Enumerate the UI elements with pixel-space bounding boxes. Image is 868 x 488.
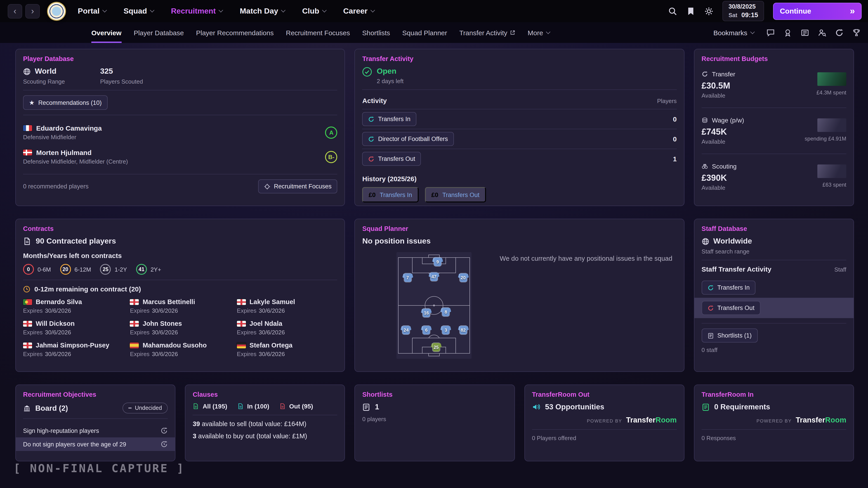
award-icon[interactable] — [783, 28, 792, 37]
flag-spain-icon — [130, 342, 139, 348]
shirt-number: 20 — [458, 273, 468, 282]
scouting-icon[interactable] — [818, 28, 827, 37]
recommendations-button[interactable]: ★ Recommendations (10) — [23, 95, 107, 110]
trophy-icon[interactable] — [852, 28, 861, 37]
card-title: Clauses — [193, 391, 337, 398]
scouting-budget-section[interactable]: Scouting £390K Available £63 spent — [702, 159, 846, 195]
budget-spend-chart — [817, 164, 846, 178]
gear-icon[interactable] — [705, 6, 714, 15]
clauses-filter-in[interactable]: In (100) — [237, 402, 269, 410]
recommended-player-row[interactable]: Eduardo Camavinga Defensive Midfielder A — [23, 120, 338, 144]
player-shirt[interactable]: 3 — [441, 326, 451, 334]
recruitment-focuses-button[interactable]: Recruitment Focuses — [258, 180, 338, 193]
player-shirt[interactable]: 8 — [441, 307, 451, 316]
contract-player-row[interactable]: Stefan Ortega Expires30/6/2026 — [237, 341, 338, 357]
player-shirt[interactable]: 82 — [458, 326, 468, 334]
position-issues-note: We do not currently have any positional … — [500, 254, 677, 359]
nav-career[interactable]: Career — [343, 6, 374, 15]
tab-shortlists[interactable]: Shortlists — [362, 22, 390, 43]
contract-player-row[interactable]: Joel Ndala Expires30/6/2026 — [237, 320, 338, 336]
requirements-headline: 0 Requirements — [714, 402, 770, 411]
nav-club[interactable]: Club — [302, 6, 326, 15]
transfer-budget-section[interactable]: Transfer £30.5M Available £4.3M spent — [702, 67, 846, 103]
clauses-filter-all[interactable]: All (195) — [193, 402, 227, 410]
bookmarks-dropdown[interactable]: Bookmarks — [713, 29, 754, 36]
contract-player-row[interactable]: Marcus Bettinelli Expires30/6/2026 — [130, 298, 230, 314]
tab-squad-planner[interactable]: Squad Planner — [402, 22, 447, 43]
continue-button[interactable]: Continue » — [773, 2, 862, 20]
dof-offers-button[interactable]: Director of Football Offers — [362, 132, 454, 146]
contract-player-row[interactable]: John Stones Expires30/6/2026 — [130, 320, 230, 336]
objective-row[interactable]: Sign high-reputation players — [23, 424, 168, 437]
search-icon[interactable] — [669, 6, 677, 15]
transfers-in-button[interactable]: Transfers In — [362, 112, 416, 126]
forward-button[interactable]: › — [25, 4, 40, 18]
bucket-6-12m[interactable]: 20 6-12M — [60, 264, 91, 275]
player-shirt[interactable]: 7 — [403, 273, 412, 282]
contract-player-row[interactable]: Will Dickson Expires30/6/2026 — [23, 320, 124, 336]
news-icon[interactable] — [801, 28, 809, 37]
clauses-sell-text: available to sell (total value: £164M) — [200, 420, 307, 427]
ongoing-clock-icon[interactable] — [160, 441, 168, 448]
back-button[interactable]: ‹ — [8, 4, 22, 18]
player-shirt[interactable]: 6 — [421, 326, 431, 334]
club-badge[interactable] — [47, 2, 66, 21]
bucket-2y-plus[interactable]: 41 2Y+ — [136, 264, 161, 275]
transfer-out-icon — [708, 305, 714, 311]
budget-note: spending £4.91M — [805, 135, 846, 142]
sync-icon[interactable] — [835, 28, 844, 37]
staff-transfers-in-button[interactable]: Transfers In — [702, 281, 756, 295]
player-shirt[interactable]: 9 — [433, 258, 442, 266]
history-label: Transfers In — [380, 191, 412, 198]
bookmark-flag-icon[interactable] — [686, 6, 695, 15]
player-shirt[interactable]: 24 — [401, 326, 411, 334]
transfers-out-button[interactable]: Transfers Out — [362, 152, 421, 166]
nav-match-day[interactable]: Match Day — [240, 6, 285, 15]
nav-recruitment[interactable]: Recruitment — [171, 6, 222, 15]
bucket-1-2y[interactable]: 25 1-2Y — [100, 264, 127, 275]
tab-recruitment-focuses[interactable]: Recruitment Focuses — [286, 22, 350, 43]
contract-player-row[interactable]: Lakyle Samuel Expires30/6/2026 — [237, 298, 338, 314]
transfer-in-icon — [368, 116, 375, 122]
staff-search-range[interactable]: Worldwide Staff search range — [702, 237, 846, 255]
contract-player-row[interactable]: Jahmai Simpson-Pusey Expires30/6/2026 — [23, 341, 124, 357]
player-name: John Stones — [143, 320, 182, 327]
undecided-badge[interactable]: Undecided — [123, 402, 168, 414]
card-title: Shortlists — [362, 391, 507, 398]
contract-player-row[interactable]: Bernardo Silva Expires30/6/2026 — [23, 298, 124, 314]
tab-more[interactable]: More — [528, 22, 550, 43]
chat-icon[interactable] — [766, 28, 775, 37]
player-shirt[interactable]: 20 — [458, 273, 468, 282]
clauses-filter-out[interactable]: Out (95) — [279, 402, 313, 410]
squad-pitch[interactable]: 9 7 47 20 16 8 24 6 3 82 25 — [397, 252, 472, 359]
tab-transfer-activity[interactable]: Transfer Activity — [459, 22, 515, 43]
tab-label: More — [528, 29, 543, 36]
player-shirt[interactable]: 47 — [429, 272, 439, 281]
ongoing-clock-icon[interactable] — [160, 427, 168, 434]
recommended-player-row[interactable]: Morten Hjulmand Defensive Midfielder, Mi… — [23, 144, 338, 169]
game-date[interactable]: 30/8/2025 Sat 09:15 — [723, 1, 764, 22]
tab-player-database[interactable]: Player Database — [133, 22, 184, 43]
bucket-0-6m[interactable]: 0 0-6M — [23, 264, 51, 275]
chevron-down-icon — [370, 8, 375, 12]
history-transfers-in-chip[interactable]: £0 Transfers In — [362, 187, 418, 202]
expires-label: Expires — [130, 307, 150, 314]
wage-budget-section[interactable]: Wage (p/w) £745K Available spending £4.9… — [702, 113, 846, 149]
budget-spend-chart — [817, 119, 846, 132]
staff-transfers-out-button[interactable]: Transfers Out — [702, 301, 761, 315]
tab-player-recommendations[interactable]: Player Recommendations — [196, 22, 274, 43]
staff-transfers-out-row[interactable]: Transfers Out — [694, 298, 854, 318]
player-shirt[interactable]: 16 — [421, 308, 431, 317]
nav-portal[interactable]: Portal — [78, 6, 106, 15]
scouting-range-stat[interactable]: World Scouting Range — [23, 67, 65, 85]
tab-overview[interactable]: Overview — [91, 22, 121, 43]
nav-squad[interactable]: Squad — [123, 6, 154, 15]
expires-label: Expires — [23, 351, 43, 357]
nav-label: Recruitment — [171, 6, 216, 15]
goalkeeper-shirt[interactable]: 25 — [431, 343, 441, 351]
staff-shortlists-button[interactable]: Shortlists (1) — [702, 328, 758, 343]
expiry-date: 30/6/2026 — [45, 329, 71, 336]
history-transfers-out-chip[interactable]: £0 Transfers Out — [425, 187, 486, 202]
contract-player-row[interactable]: Mahamadou Susoho Expires30/6/2026 — [130, 341, 230, 357]
objective-row[interactable]: Do not sign players over the age of 29 — [16, 437, 175, 451]
